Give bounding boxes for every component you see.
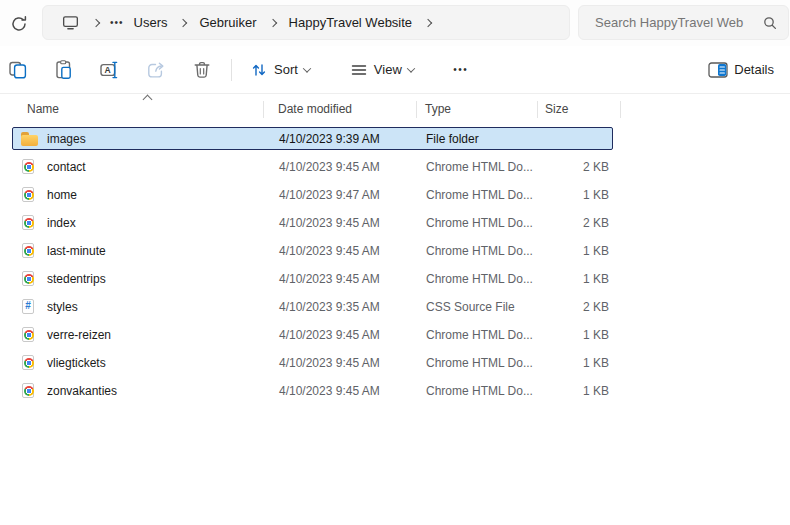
- file-name-cell: home: [13, 187, 264, 203]
- details-pane-icon: [708, 62, 728, 78]
- share-button[interactable]: [140, 54, 172, 86]
- details-pane-toggle[interactable]: Details: [702, 58, 780, 82]
- file-row[interactable]: verre-reizen 4/10/2023 9:45 AM Chrome HT…: [12, 323, 613, 346]
- file-row[interactable]: index 4/10/2023 9:45 AM Chrome HTML Do..…: [12, 211, 613, 234]
- copy-button[interactable]: [2, 54, 34, 86]
- file-date-modified: 4/10/2023 9:35 AM: [264, 300, 417, 314]
- file-name-cell: last-minute: [13, 243, 264, 259]
- file-name-label: index: [47, 216, 76, 230]
- column-divider[interactable]: [537, 101, 538, 118]
- file-row[interactable]: zonvakanties 4/10/2023 9:45 AM Chrome HT…: [12, 379, 613, 402]
- view-label: View: [374, 62, 402, 77]
- file-row[interactable]: images 4/10/2023 9:39 AM File folder: [12, 127, 613, 150]
- chevron-right-icon: [92, 18, 100, 26]
- file-type: CSS Source File: [417, 300, 538, 314]
- column-header-type[interactable]: Type: [416, 96, 537, 122]
- file-date-modified: 4/10/2023 9:45 AM: [264, 244, 417, 258]
- column-divider[interactable]: [416, 101, 417, 118]
- toolbar-separator: [231, 59, 232, 81]
- column-header-size[interactable]: Size: [537, 96, 613, 122]
- chevron-down-icon: [303, 64, 311, 72]
- column-header-name[interactable]: Name: [12, 96, 263, 122]
- paste-button[interactable]: [48, 54, 80, 86]
- file-name-label: home: [47, 188, 77, 202]
- column-divider[interactable]: [263, 101, 264, 118]
- file-name-label: contact: [47, 160, 86, 174]
- column-header-date-modified[interactable]: Date modified: [263, 96, 416, 122]
- chevron-right-icon: [268, 18, 276, 26]
- file-type: Chrome HTML Do...: [417, 356, 538, 370]
- file-name-label: styles: [47, 300, 78, 314]
- file-date-modified: 4/10/2023 9:45 AM: [264, 328, 417, 342]
- file-type: Chrome HTML Do...: [417, 188, 538, 202]
- view-dropdown[interactable]: View: [344, 57, 420, 83]
- file-row[interactable]: last-minute 4/10/2023 9:45 AM Chrome HTM…: [12, 239, 613, 262]
- file-name-label: vliegtickets: [47, 356, 106, 370]
- command-toolbar: A Sort View •••: [0, 46, 790, 94]
- navigation-bar: ••• Users Gebruiker HappyTravel Website: [0, 0, 790, 46]
- file-date-modified: 4/10/2023 9:45 AM: [264, 272, 417, 286]
- sort-label: Sort: [274, 62, 298, 77]
- copy-icon: [7, 59, 29, 81]
- ellipsis-icon: •••: [453, 64, 468, 75]
- file-type: Chrome HTML Do...: [417, 216, 538, 230]
- file-date-modified: 4/10/2023 9:45 AM: [264, 356, 417, 370]
- file-size: 1 KB: [538, 244, 614, 258]
- chrome-html-icon: [21, 327, 38, 343]
- share-icon: [145, 59, 167, 81]
- file-row[interactable]: home 4/10/2023 9:47 AM Chrome HTML Do...…: [12, 183, 613, 206]
- file-name-cell: styles: [13, 299, 264, 315]
- file-type: File folder: [417, 132, 538, 146]
- file-row[interactable]: contact 4/10/2023 9:45 AM Chrome HTML Do…: [12, 155, 613, 178]
- file-name-cell: zonvakanties: [13, 383, 264, 399]
- refresh-button[interactable]: [6, 11, 32, 37]
- file-name-label: images: [47, 132, 86, 146]
- svg-text:A: A: [105, 65, 111, 75]
- file-type: Chrome HTML Do...: [417, 328, 538, 342]
- search-input[interactable]: [593, 14, 762, 31]
- see-more-button[interactable]: •••: [446, 55, 476, 85]
- sort-dropdown[interactable]: Sort: [244, 57, 316, 83]
- rename-button[interactable]: A: [94, 54, 126, 86]
- file-size: 2 KB: [538, 300, 614, 314]
- file-name-label: last-minute: [47, 244, 106, 258]
- file-size: 2 KB: [538, 160, 614, 174]
- file-row[interactable]: stedentrips 4/10/2023 9:45 AM Chrome HTM…: [12, 267, 613, 290]
- file-date-modified: 4/10/2023 9:45 AM: [264, 384, 417, 398]
- file-date-modified: 4/10/2023 9:47 AM: [264, 188, 417, 202]
- file-row[interactable]: vliegtickets 4/10/2023 9:45 AM Chrome HT…: [12, 351, 613, 374]
- refresh-icon: [9, 14, 29, 34]
- file-type: Chrome HTML Do...: [417, 160, 538, 174]
- chrome-html-icon: [21, 187, 38, 203]
- paste-icon: [53, 59, 75, 81]
- file-size: 1 KB: [538, 384, 614, 398]
- file-name-label: stedentrips: [47, 272, 106, 286]
- column-divider[interactable]: [620, 101, 621, 118]
- breadcrumb-happytravel-website[interactable]: HappyTravel Website: [283, 13, 419, 32]
- rename-icon: A: [99, 59, 121, 81]
- details-label: Details: [734, 62, 774, 77]
- chrome-html-icon: [21, 215, 38, 231]
- chrome-html-icon: [21, 355, 38, 371]
- trash-icon: [191, 59, 213, 81]
- address-bar[interactable]: ••• Users Gebruiker HappyTravel Website: [42, 5, 570, 40]
- chrome-html-icon: [21, 383, 38, 399]
- breadcrumb-overflow[interactable]: •••: [106, 15, 128, 30]
- file-name-label: zonvakanties: [47, 384, 117, 398]
- file-name-cell: stedentrips: [13, 271, 264, 287]
- css-file-icon: [21, 299, 38, 315]
- file-size: 1 KB: [538, 328, 614, 342]
- file-type: Chrome HTML Do...: [417, 244, 538, 258]
- chrome-html-icon: [21, 159, 38, 175]
- chevron-right-icon: [179, 18, 187, 26]
- search-icon[interactable]: [762, 15, 778, 31]
- file-name-cell: vliegtickets: [13, 355, 264, 371]
- sort-icon: [250, 61, 268, 79]
- file-row[interactable]: styles 4/10/2023 9:35 AM CSS Source File…: [12, 295, 613, 318]
- breadcrumb-users[interactable]: Users: [128, 13, 174, 32]
- file-size: 2 KB: [538, 216, 614, 230]
- file-name-cell: index: [13, 215, 264, 231]
- breadcrumb-this-pc[interactable]: [55, 11, 86, 34]
- breadcrumb-gebruiker[interactable]: Gebruiker: [193, 13, 262, 32]
- delete-button[interactable]: [186, 54, 218, 86]
